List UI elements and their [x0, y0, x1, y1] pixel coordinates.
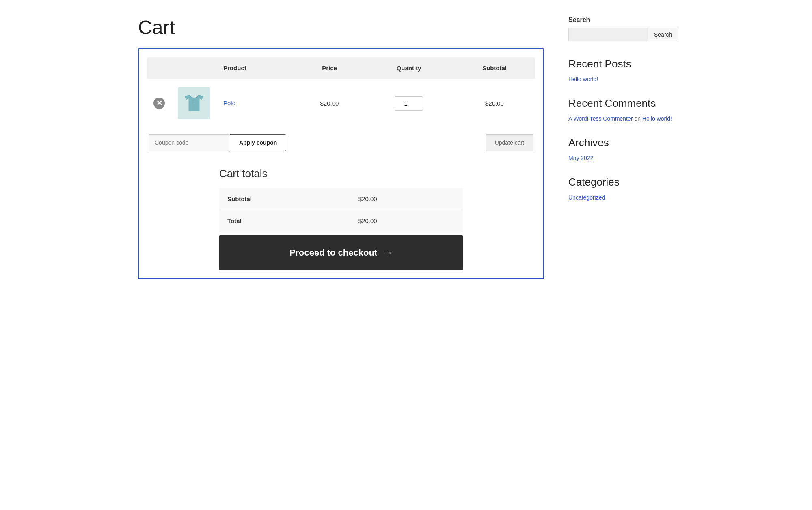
comment-on-text: on	[634, 115, 641, 122]
svg-point-2	[194, 100, 194, 101]
coupon-left: Apply coupon	[149, 134, 286, 151]
svg-point-1	[194, 98, 194, 99]
recent-post-link-1[interactable]: Hello world!	[568, 76, 674, 82]
total-value: $20.00	[350, 210, 463, 232]
col-header-subtotal: Subtotal	[454, 57, 535, 79]
recent-comment-text: A WordPress Commenter on Hello world!	[568, 115, 674, 122]
category-link-1[interactable]: Uncategorized	[568, 194, 674, 201]
sidebar-recent-comments: Recent Comments A WordPress Commenter on…	[568, 97, 674, 122]
subtotal-label: Subtotal	[219, 188, 350, 210]
col-header-product-name: Product	[217, 57, 295, 79]
cart-table: Product Price Quantity Subtotal ✕	[147, 57, 535, 128]
product-price-cell: $20.00	[295, 79, 364, 128]
checkout-button[interactable]: Proceed to checkout →	[219, 235, 463, 270]
coupon-input[interactable]	[149, 134, 230, 151]
recent-comments-title: Recent Comments	[568, 97, 674, 110]
polo-shirt-icon	[182, 91, 206, 115]
col-header-quantity: Quantity	[364, 57, 454, 79]
search-input[interactable]	[568, 28, 648, 41]
quantity-input[interactable]	[395, 96, 423, 111]
archive-link-1[interactable]: May 2022	[568, 155, 674, 161]
search-label: Search	[568, 16, 674, 24]
main-content: Cart Product Price Quantity Subtotal	[138, 16, 544, 279]
categories-title: Categories	[568, 176, 674, 189]
quantity-cell	[364, 79, 454, 128]
recent-posts-title: Recent Posts	[568, 58, 674, 70]
page-title: Cart	[138, 16, 544, 39]
checkout-arrow-icon: →	[384, 247, 393, 258]
remove-cell: ✕	[147, 79, 171, 128]
search-row: Search	[568, 28, 674, 41]
subtotal-cell: $20.00	[454, 79, 535, 128]
product-image	[178, 87, 210, 119]
search-button[interactable]: Search	[648, 28, 678, 41]
sidebar-recent-posts: Recent Posts Hello world!	[568, 58, 674, 82]
product-name-cell: Polo	[217, 79, 295, 128]
coupon-row: Apply coupon Update cart	[147, 134, 535, 151]
commenter-link[interactable]: A WordPress Commenter	[568, 115, 633, 122]
col-header-product	[147, 57, 217, 79]
cart-totals-section: Cart totals Subtotal $20.00 Total $20.00	[147, 167, 535, 270]
update-cart-button[interactable]: Update cart	[486, 134, 533, 151]
cart-totals-title: Cart totals	[219, 167, 463, 180]
comment-post-link[interactable]: Hello world!	[642, 115, 672, 122]
table-row: ✕	[147, 79, 535, 128]
sidebar-categories: Categories Uncategorized	[568, 176, 674, 201]
svg-point-3	[194, 102, 194, 103]
cart-totals-table: Subtotal $20.00 Total $20.00	[219, 188, 463, 232]
col-header-price: Price	[295, 57, 364, 79]
total-row: Total $20.00	[219, 210, 463, 232]
remove-item-button[interactable]: ✕	[153, 98, 165, 109]
checkout-label: Proceed to checkout	[289, 247, 377, 258]
subtotal-value: $20.00	[350, 188, 463, 210]
subtotal-row: Subtotal $20.00	[219, 188, 463, 210]
sidebar-archives: Archives May 2022	[568, 137, 674, 161]
cart-container: Product Price Quantity Subtotal ✕	[138, 48, 544, 279]
total-label: Total	[219, 210, 350, 232]
archives-title: Archives	[568, 137, 674, 149]
apply-coupon-button[interactable]: Apply coupon	[230, 134, 286, 151]
sidebar: Search Search Recent Posts Hello world! …	[568, 16, 674, 279]
product-image-cell	[171, 79, 217, 128]
product-link[interactable]: Polo	[223, 100, 235, 106]
